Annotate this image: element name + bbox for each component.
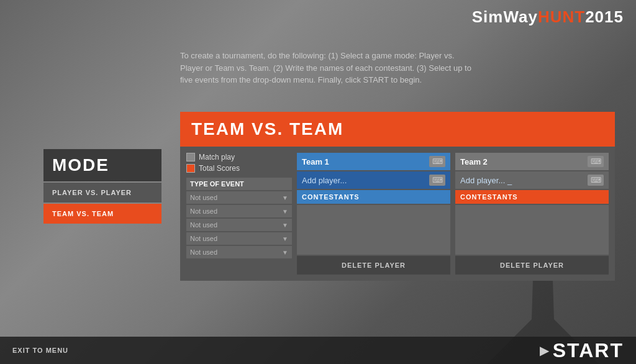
event-row-5[interactable]: Not used ▼ — [186, 246, 292, 258]
mode-player-vs-player[interactable]: PLAYER VS. PLAYER — [43, 183, 161, 202]
checkbox-match-play[interactable]: Match play — [186, 153, 292, 162]
team2-add-keyboard-icon[interactable] — [588, 175, 604, 186]
events-section: Type of event Not used ▼ Not used ▼ Not … — [186, 178, 292, 258]
start-label: START — [553, 339, 624, 362]
checkbox-match-play-icon — [186, 153, 195, 162]
event-row-4[interactable]: Not used ▼ — [186, 232, 292, 245]
team2-delete-button[interactable]: DELETE PLAYER — [455, 256, 609, 275]
event-text-2: Not used — [190, 207, 282, 215]
team1-keyboard-icon[interactable] — [429, 156, 445, 167]
event-arrow-2: ▼ — [282, 208, 288, 215]
checkbox-total-scores-icon — [186, 164, 195, 173]
team1-add-player-text: Add player... — [302, 176, 425, 185]
instructions-text: To create a tournament, do the following… — [180, 50, 478, 86]
event-arrow-5: ▼ — [282, 249, 288, 256]
start-arrow-icon: ▶ — [540, 343, 549, 358]
team2-add-player-row[interactable]: Add player... _ — [455, 171, 609, 189]
team2-name: Team 2 — [460, 157, 584, 166]
team1-column: Team 1 Add player... Contestants DELETE … — [297, 153, 450, 275]
main-content: SimWayHUNT2015 To create a tournament, d… — [0, 0, 636, 364]
team2-players-area — [455, 205, 609, 255]
mode-sidebar: MODE PLAYER VS. PLAYER TEAM VS. TEAM — [43, 149, 161, 225]
teams-area: Team 1 Add player... Contestants DELETE … — [297, 153, 609, 275]
panel-body: Match play Total Scores Type of event No… — [180, 147, 615, 281]
event-text-1: Not used — [190, 194, 282, 201]
team1-name: Team 1 — [302, 157, 425, 166]
event-arrow-3: ▼ — [282, 222, 288, 229]
team2-contestants-label: Contestants — [455, 190, 609, 204]
logo: SimWayHUNT2015 — [472, 7, 624, 27]
logo-hunt: HUNT — [538, 7, 585, 26]
checkbox-total-scores-label: Total Scores — [199, 164, 240, 173]
team1-add-player-row[interactable]: Add player... — [297, 171, 450, 189]
event-arrow-1: ▼ — [282, 194, 288, 201]
team1-add-keyboard-icon[interactable] — [429, 175, 445, 186]
team1-name-row[interactable]: Team 1 — [297, 153, 450, 170]
logo-year: 2015 — [585, 7, 624, 26]
team2-column: Team 2 Add player... _ Contestants DELET… — [455, 153, 609, 275]
mode-team-vs-team[interactable]: TEAM VS. TEAM — [43, 204, 161, 224]
main-panel: TEAM VS. TEAM Match play Total Scores Ty… — [180, 112, 615, 281]
checkbox-match-play-label: Match play — [199, 153, 235, 162]
panel-header: TEAM VS. TEAM — [180, 112, 615, 147]
start-button[interactable]: ▶ START — [540, 339, 624, 362]
mode-title: MODE — [43, 149, 161, 181]
team2-name-row[interactable]: Team 2 — [455, 153, 609, 170]
event-arrow-4: ▼ — [282, 235, 288, 242]
exit-to-menu-button[interactable]: EXIT TO MENU — [12, 347, 68, 354]
bottom-bar: EXIT TO MENU ▶ START — [0, 337, 636, 364]
logo-simway: SimWay — [472, 7, 538, 26]
team2-add-player-text: Add player... _ — [460, 176, 584, 185]
events-type-label: Type of event — [186, 178, 292, 190]
left-column: Match play Total Scores Type of event No… — [186, 153, 292, 275]
event-row-2[interactable]: Not used ▼ — [186, 205, 292, 217]
team1-delete-button[interactable]: DELETE PLAYER — [297, 256, 450, 275]
event-text-4: Not used — [190, 235, 282, 242]
checkbox-group: Match play Total Scores — [186, 153, 292, 173]
team1-contestants-label: Contestants — [297, 190, 450, 204]
event-text-3: Not used — [190, 221, 282, 229]
team2-keyboard-icon[interactable] — [588, 156, 604, 167]
checkbox-total-scores[interactable]: Total Scores — [186, 164, 292, 173]
team1-players-area — [297, 205, 450, 255]
event-text-5: Not used — [190, 248, 282, 256]
event-row-1[interactable]: Not used ▼ — [186, 191, 292, 204]
team2-cursor: _ — [507, 176, 512, 185]
event-row-3[interactable]: Not used ▼ — [186, 219, 292, 231]
